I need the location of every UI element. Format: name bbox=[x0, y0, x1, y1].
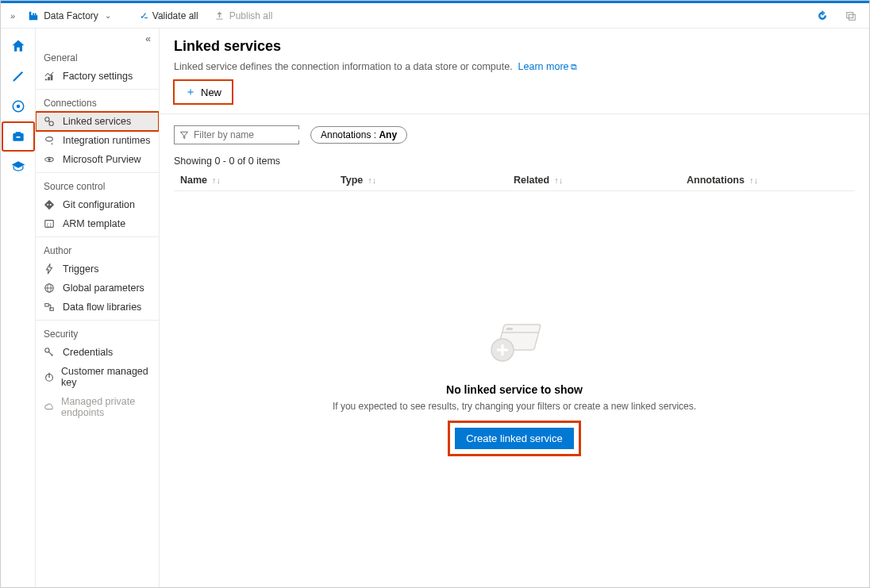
filter-row: Annotations : Any bbox=[174, 125, 855, 144]
sb-label: Customer managed key bbox=[61, 366, 151, 388]
filter-icon bbox=[179, 130, 189, 140]
svg-rect-2 bbox=[33, 13, 34, 15]
showing-count: Showing 0 - 0 of 0 items bbox=[174, 156, 855, 167]
annotations-filter[interactable]: Annotations : Any bbox=[310, 126, 407, 144]
rail-monitor[interactable] bbox=[2, 92, 34, 121]
svg-rect-10 bbox=[16, 136, 20, 138]
sb-label: Data flow libraries bbox=[63, 302, 141, 313]
arm-icon: { } bbox=[44, 218, 56, 229]
upload-icon bbox=[214, 10, 225, 21]
collapse-sidebar-icon[interactable]: « bbox=[36, 33, 159, 48]
divider bbox=[36, 172, 159, 173]
sidebar-item-global-params[interactable]: Global parameters bbox=[36, 279, 159, 298]
svg-point-21 bbox=[50, 204, 52, 206]
power-icon bbox=[44, 371, 55, 382]
divider bbox=[160, 113, 869, 114]
top-toolbar: » Data Factory ⌄ ✓̲ Validate all Publish… bbox=[1, 3, 869, 29]
sort-icon: ↑↓ bbox=[554, 175, 563, 185]
col-annotations[interactable]: Annotations↑↓ bbox=[687, 175, 855, 186]
feedback-button[interactable] bbox=[839, 7, 863, 25]
filter-input[interactable] bbox=[194, 129, 313, 140]
sidebar-item-linked-services[interactable]: Linked services bbox=[36, 112, 159, 131]
svg-rect-34 bbox=[506, 328, 513, 330]
page-subtitle: Linked service defines the connection in… bbox=[174, 61, 855, 72]
svg-rect-3 bbox=[35, 13, 37, 15]
empty-title: No linked service to show bbox=[446, 383, 583, 396]
globe-icon bbox=[44, 282, 56, 294]
learn-more-link[interactable]: Learn more bbox=[518, 61, 569, 72]
svg-point-17 bbox=[46, 137, 53, 141]
svg-line-16 bbox=[48, 121, 50, 122]
svg-rect-12 bbox=[48, 77, 50, 80]
rail-author[interactable] bbox=[2, 62, 34, 90]
command-bar: ＋ New bbox=[174, 80, 855, 113]
svg-point-19 bbox=[48, 158, 51, 161]
svg-rect-11 bbox=[45, 79, 48, 81]
svg-rect-0 bbox=[31, 15, 38, 20]
sidebar-item-credentials[interactable]: Credentials bbox=[36, 343, 159, 362]
divider bbox=[36, 320, 159, 321]
svg-rect-5 bbox=[849, 14, 855, 20]
svg-rect-9 bbox=[15, 132, 21, 134]
key-icon bbox=[44, 347, 56, 358]
rail-learn[interactable] bbox=[2, 152, 34, 181]
toolbar-right bbox=[810, 7, 863, 25]
trigger-icon bbox=[44, 263, 56, 275]
sidebar-item-cmk[interactable]: Customer managed key bbox=[36, 362, 159, 392]
validate-label: Validate all bbox=[152, 10, 198, 21]
sidebar-item-managed-endpoints: Managed private endpoints bbox=[36, 392, 159, 422]
sidebar-item-arm[interactable]: { }ARM template bbox=[36, 214, 159, 233]
divider bbox=[36, 89, 159, 90]
sort-icon: ↑↓ bbox=[749, 175, 758, 185]
sidebar-item-factory-settings[interactable]: Factory settings bbox=[36, 67, 159, 86]
factory-icon bbox=[28, 10, 39, 21]
validate-all-button[interactable]: ✓̲ Validate all bbox=[133, 7, 205, 25]
sort-icon: ↑↓ bbox=[368, 175, 376, 185]
sb-label: Factory settings bbox=[63, 71, 133, 82]
create-linked-service-button[interactable]: Create linked service bbox=[455, 428, 573, 449]
sidebar-item-purview[interactable]: Microsoft Purview bbox=[36, 150, 159, 169]
new-button-highlight: ＋ New bbox=[174, 80, 233, 104]
filter-input-wrap[interactable] bbox=[174, 125, 299, 144]
cloud-icon bbox=[44, 402, 55, 413]
new-button[interactable]: ＋ New bbox=[174, 80, 233, 104]
chevron-down-icon: ⌄ bbox=[105, 11, 111, 20]
workspace-name: Data Factory bbox=[44, 10, 98, 21]
sidebar-item-triggers[interactable]: Triggers bbox=[36, 259, 159, 279]
sb-label: Managed private endpoints bbox=[61, 396, 151, 418]
empty-illustration-icon bbox=[479, 317, 550, 372]
create-button-highlight: Create linked service bbox=[450, 423, 578, 454]
sb-group-security: Security bbox=[36, 324, 159, 343]
sb-label: Git configuration bbox=[63, 199, 135, 210]
new-label: New bbox=[201, 86, 221, 98]
sidebar-item-integration-runtimes[interactable]: Integration runtimes bbox=[36, 131, 159, 150]
col-name[interactable]: Name↑↓ bbox=[174, 175, 341, 186]
expand-chevron-icon[interactable]: » bbox=[7, 11, 18, 21]
sb-label: Credentials bbox=[63, 347, 113, 358]
workspace-switcher[interactable]: Data Factory ⌄ bbox=[21, 7, 117, 25]
publish-all-button[interactable]: Publish all bbox=[208, 7, 279, 25]
svg-rect-27 bbox=[45, 304, 48, 307]
rail-manage[interactable] bbox=[2, 122, 34, 151]
publish-label: Publish all bbox=[229, 10, 273, 21]
external-link-icon: ⧉ bbox=[571, 62, 577, 71]
sidebar-item-git[interactable]: Git configuration bbox=[36, 195, 159, 214]
sb-label: Microsoft Purview bbox=[63, 154, 141, 165]
col-type[interactable]: Type↑↓ bbox=[341, 175, 514, 186]
svg-rect-1 bbox=[29, 11, 32, 20]
sb-label: ARM template bbox=[63, 218, 125, 229]
link-icon bbox=[44, 116, 56, 127]
nav-rail bbox=[1, 29, 36, 588]
sb-label: Triggers bbox=[63, 263, 98, 275]
content-area: Linked services Linked service defines t… bbox=[160, 29, 869, 588]
sidebar-item-dataflow-libs[interactable]: Data flow libraries bbox=[36, 298, 159, 317]
runtime-icon bbox=[44, 135, 56, 146]
svg-rect-4 bbox=[847, 12, 853, 17]
refresh-button[interactable] bbox=[810, 7, 834, 25]
empty-subtitle: If you expected to see results, try chan… bbox=[333, 401, 696, 412]
sb-group-author: Author bbox=[36, 240, 159, 259]
plus-icon: ＋ bbox=[185, 85, 196, 99]
col-related[interactable]: Related↑↓ bbox=[514, 175, 687, 186]
rail-home[interactable] bbox=[2, 32, 34, 60]
sb-group-connections: Connections bbox=[36, 93, 159, 112]
